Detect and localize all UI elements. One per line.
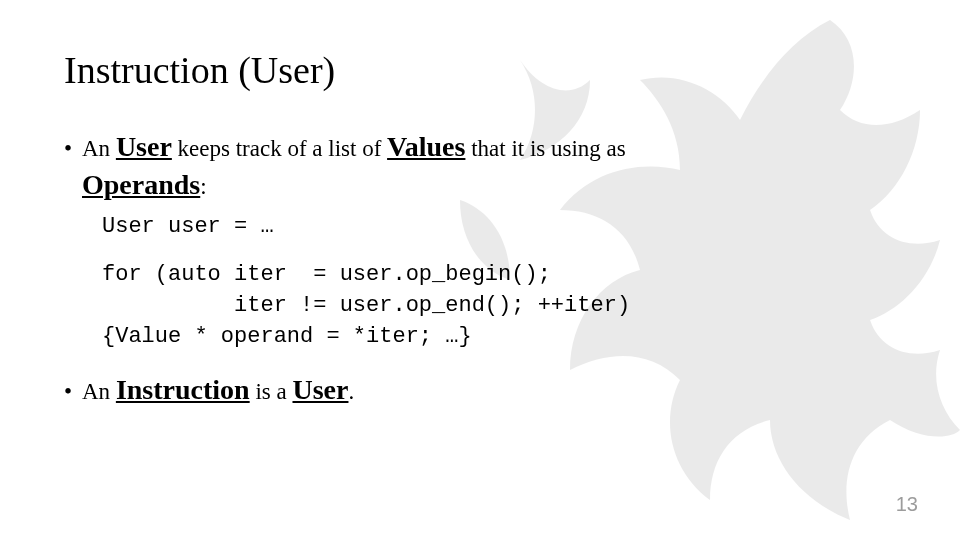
term-user-2: User <box>292 374 348 405</box>
text: is a <box>250 379 293 404</box>
page-number: 13 <box>896 493 918 516</box>
text: that it is using as <box>465 136 625 161</box>
slide-title: Instruction (User) <box>64 48 896 92</box>
term-instruction: Instruction <box>116 374 250 405</box>
bullet-1: •An User keeps track of a list of Values… <box>64 128 896 204</box>
bullet-list: •An User keeps track of a list of Values… <box>64 128 896 409</box>
text: keeps track of a list of <box>172 136 387 161</box>
bullet-dot-icon: • <box>64 376 82 407</box>
slide: Instruction (User) •An User keeps track … <box>0 0 960 540</box>
text: An <box>82 136 116 161</box>
text: . <box>348 379 354 404</box>
term-user: User <box>116 131 172 162</box>
bullet-dot-icon: • <box>64 133 82 164</box>
text: An <box>82 379 116 404</box>
code-block-loop: for (auto iter = user.op_begin(); iter !… <box>102 260 896 352</box>
bullet-2: •An Instruction is a User. <box>64 371 896 409</box>
text: : <box>200 174 206 199</box>
term-values: Values <box>387 131 465 162</box>
code-line-1: User user = … <box>102 212 896 243</box>
term-operands: Operands <box>82 169 200 200</box>
